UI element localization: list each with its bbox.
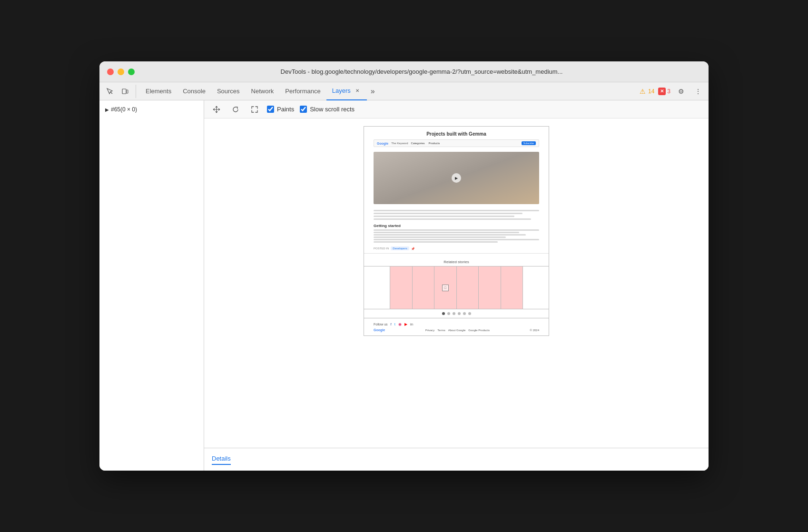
tab-performance[interactable]: Performance	[279, 82, 326, 100]
youtube-icon: ▶	[404, 322, 407, 326]
mini-keyword-text: The Keyword	[391, 142, 408, 145]
gs-line-6	[374, 241, 498, 243]
card-left-white	[364, 266, 390, 309]
pink-card-4	[457, 266, 479, 309]
linkedin-icon: in	[410, 322, 413, 326]
preview-top: Projects built with Gemma Google The Key…	[364, 126, 549, 266]
inspect-element-button[interactable]	[103, 85, 117, 98]
svg-rect-2	[127, 90, 128, 93]
dot-5	[463, 312, 466, 315]
title-bar: DevTools - blog.google/technology/develo…	[99, 61, 709, 82]
preview-projects-section: Projects built with Gemma Google The Key…	[364, 127, 549, 152]
pink-card-5	[479, 266, 501, 309]
facebook-icon: f	[391, 322, 392, 326]
paints-label: Paints	[277, 106, 294, 113]
tab-network[interactable]: Network	[246, 82, 280, 100]
posted-in-section: POSTED IN Developers 📌	[374, 246, 539, 250]
footer-nav-links: Privacy Terms About Google Google Produc…	[425, 329, 490, 332]
dot-4	[458, 312, 461, 315]
page-preview-wrapper: Projects built with Gemma Google The Key…	[208, 122, 705, 340]
card-right-white	[522, 266, 549, 309]
footer-social-row: Follow us f t ◉ ▶ in	[374, 322, 539, 326]
related-stories-label: Related stories	[443, 260, 469, 264]
layers-toolbar: Paints Slow scroll rects	[204, 100, 709, 118]
warning-icon: ⚠	[639, 88, 647, 95]
slow-scroll-rects-checkbox[interactable]	[300, 106, 307, 113]
gs-line-2	[374, 232, 519, 233]
sidebar-item-root[interactable]: ▶ #65(0 × 0)	[99, 104, 204, 115]
getting-started-title: Getting started	[374, 224, 539, 228]
gs-line-5	[374, 239, 539, 240]
twitter-icon: t	[394, 322, 395, 326]
related-stories-section: Related stories	[364, 253, 549, 266]
gs-line-1	[374, 229, 539, 231]
text-line-4	[374, 218, 531, 220]
svg-rect-1	[122, 89, 126, 94]
more-tabs-button[interactable]: »	[367, 87, 379, 96]
mini-browser-bar: Google The Keyword Categories Products S…	[374, 139, 539, 147]
instagram-icon: ◉	[398, 322, 402, 326]
devtools-container: Elements Console Sources Network Perform…	[99, 82, 709, 471]
tab-layers-close[interactable]: ✕	[354, 87, 361, 95]
devtools-body: ▶ #65(0 × 0)	[99, 100, 709, 471]
fit-tool-button[interactable]	[248, 103, 261, 116]
traffic-lights	[107, 69, 135, 75]
pink-card-2	[413, 266, 435, 309]
slow-scroll-rects-checkbox-group[interactable]: Slow scroll rects	[300, 106, 355, 113]
page-preview: Projects built with Gemma Google The Key…	[364, 126, 549, 336]
maximize-button[interactable]	[128, 69, 135, 75]
warnings-badge[interactable]: ⚠ 14	[639, 88, 654, 95]
dot-6	[468, 312, 471, 315]
dot-3	[453, 312, 455, 315]
more-options-button[interactable]: ⋮	[691, 85, 705, 98]
pink-card-1	[390, 266, 413, 309]
mini-nav: Categories Products	[411, 142, 518, 145]
toolbar-icons	[103, 85, 136, 98]
tab-bar: Elements Console Sources Network Perform…	[140, 82, 637, 100]
footer-links-row: Google Privacy Terms About Google Google…	[374, 328, 539, 332]
projects-title: Projects built with Gemma	[374, 131, 539, 137]
devtools-toolbar: Elements Console Sources Network Perform…	[99, 82, 709, 100]
text-line-1	[374, 210, 539, 211]
devtools-window: DevTools - blog.google/technology/develo…	[99, 61, 709, 471]
window-title: DevTools - blog.google/technology/develo…	[142, 68, 701, 75]
preview-video-area: ▶	[374, 152, 539, 204]
card-marker-icon: □	[444, 286, 446, 289]
errors-badge[interactable]: ✕ 3	[658, 88, 670, 95]
svg-line-0	[110, 92, 112, 94]
play-button-icon: ▶	[452, 173, 461, 183]
tab-elements[interactable]: Elements	[140, 82, 177, 100]
text-line-2	[374, 213, 522, 214]
close-button[interactable]	[107, 69, 114, 75]
pan-tool-button[interactable]	[210, 103, 223, 116]
settings-button[interactable]: ⚙	[674, 85, 688, 98]
mini-subscribe-btn: Subscribe	[522, 141, 536, 145]
rotate-tool-button[interactable]	[229, 103, 242, 116]
tab-sources[interactable]: Sources	[211, 82, 246, 100]
footer-google-logo: Google	[374, 328, 385, 332]
slow-scroll-rects-label: Slow scroll rects	[310, 106, 355, 113]
error-icon: ✕	[658, 88, 666, 95]
layers-content: Projects built with Gemma Google The Key…	[204, 118, 709, 448]
preview-text-area: Getting started POSTED IN	[364, 207, 549, 253]
pink-cards-row: □	[364, 266, 549, 309]
tab-console[interactable]: Console	[177, 82, 211, 100]
device-toolbar-button[interactable]	[118, 85, 132, 98]
text-line-3	[374, 216, 514, 217]
paints-checkbox-group[interactable]: Paints	[267, 106, 294, 113]
expand-arrow-icon: ▶	[105, 107, 109, 112]
minimize-button[interactable]	[118, 69, 124, 75]
preview-footer: Follow us f t ◉ ▶ in Google	[364, 318, 549, 336]
paints-checkbox[interactable]	[267, 106, 274, 113]
details-label: Details	[212, 455, 231, 465]
gs-line-3	[374, 234, 526, 236]
dot-2	[447, 312, 450, 315]
tab-layers[interactable]: Layers ✕	[326, 82, 367, 100]
layers-sidebar: ▶ #65(0 × 0)	[99, 100, 204, 471]
gs-line-4	[374, 236, 506, 238]
pink-card-3: □	[434, 266, 457, 309]
dot-1	[442, 312, 445, 315]
toolbar-right: ⚠ 14 ✕ 3 ⚙ ⋮	[639, 85, 705, 98]
footer-copyright: © 2024	[530, 329, 539, 332]
mini-google-logo: Google	[377, 142, 388, 145]
